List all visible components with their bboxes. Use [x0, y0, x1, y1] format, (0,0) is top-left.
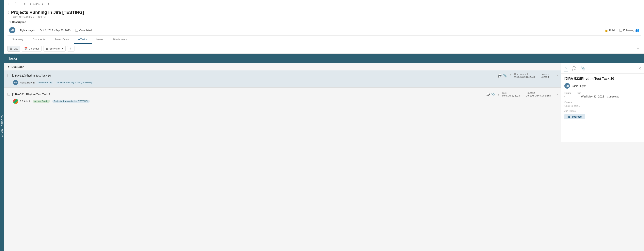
calendar-icon: 📅	[24, 47, 28, 50]
task1-comment-icon[interactable]: 💬	[498, 74, 502, 78]
task1-tag1: Annual Priority	[36, 81, 54, 84]
task2-menu-icon[interactable]: ⋮	[497, 92, 500, 96]
detail-due-label: Due	[577, 92, 619, 94]
tab-attachments[interactable]: Attachments	[108, 35, 132, 44]
detail-hours-label: Hours	[564, 92, 571, 94]
detail-jira-status-value: In Progress	[564, 114, 585, 119]
task1-checkbox[interactable]	[8, 74, 10, 77]
date-range: Oct 2, 2022 - Sep 30, 2023	[40, 29, 70, 32]
toolbar: ☰ List 📅 Calendar ▦ Sort/Filter ▾ ⇓ +	[4, 44, 644, 54]
task2-tag1: Annual Priority	[33, 100, 50, 103]
task-list-area: ▼ Due Soon [JIRA-522]Rhythm Test Task 10…	[4, 63, 561, 142]
detail-close-button[interactable]: ✕	[638, 66, 641, 71]
task1-hours: Hours: -	[541, 73, 551, 76]
task1-person: Nghia Huynh	[20, 81, 34, 84]
description-toggle[interactable]: ▼ Description	[8, 20, 641, 23]
public-label: Public	[609, 29, 616, 32]
completed-row: Completed	[75, 29, 92, 32]
detail-task-title: [JIRA-522]Rhythm Test Task 10	[564, 77, 641, 81]
task2-expand-icon[interactable]: ›	[557, 93, 558, 96]
tasks-header-bar: Tasks	[4, 54, 644, 63]
task1-expand-icon[interactable]: ›	[557, 74, 558, 77]
detail-hours-value: -	[564, 95, 571, 98]
next-page-button[interactable]: ›	[41, 2, 44, 6]
criteria-row: 2023 Green Criteria: — Not Set —	[8, 16, 641, 18]
detail-due-field: Due Wed May 31, 2023 Completed	[577, 92, 619, 98]
filter-icon: ▦	[46, 47, 48, 50]
task2-due-label: Due:	[502, 92, 520, 94]
detail-completed-label: Completed	[607, 95, 619, 98]
detail-completed-checkbox[interactable]	[577, 95, 580, 98]
task2-tags-row: RS Admin Annual Priority Projects Runnin…	[8, 99, 558, 104]
table-row[interactable]: [JIRA-521] Rhythm Test Task 9 💬 📎 ⋮ Due:…	[4, 89, 561, 106]
detail-panel-icons: ⌂ 💬 📎	[564, 65, 586, 71]
detail-due-value: Wed May 31, 2023	[581, 95, 604, 98]
task2-hours: Hours: 2	[526, 92, 551, 94]
task1-tags-row: NH Nghia Huynh Annual Priority Projects …	[8, 80, 558, 85]
detail-avatar: NH	[564, 83, 570, 89]
tab-comments[interactable]: Comments	[28, 35, 50, 44]
task2-due-date: Mon, Jul 3, 2023	[502, 94, 520, 97]
task1-attach-icon[interactable]: 📎	[503, 74, 507, 78]
list-label: List	[14, 47, 18, 50]
following-checkbox[interactable]	[619, 29, 622, 31]
task1-menu-icon[interactable]: ⋮	[509, 73, 512, 78]
prev-page-button[interactable]: ‹	[29, 2, 32, 6]
top-navigation: ← ⋮ ⇤ ‹ 1 of 1 › ⇥	[4, 0, 644, 8]
due-soon-label: Due Soon	[12, 65, 24, 68]
main-content: ▼ Due Soon [JIRA-522]Rhythm Test Task 10…	[4, 63, 644, 142]
task1-due-section: Due: Week 9 Wed, May 31, 2023 Hours: - C…	[514, 73, 558, 78]
person-name: Nghia Huynh	[20, 29, 35, 32]
table-row[interactable]: [JIRA-522]Rhythm Test Task 10 💬 📎 ⋮ Due:…	[4, 70, 561, 88]
header-area: # Projects Running in Jira [TESTING] 202…	[4, 8, 644, 44]
tab-summary[interactable]: Summary	[8, 35, 28, 44]
task1-context: Context: -	[541, 76, 551, 78]
task1-actions: 💬 📎 ⋮	[498, 73, 512, 78]
task1-tag2: Projects Running in Jira [TESTING]	[56, 81, 93, 84]
hash-icon: #	[8, 10, 10, 14]
lock-icon: 🔒	[605, 29, 608, 32]
list-icon: ☰	[10, 47, 12, 50]
following-row[interactable]: Following 👥	[619, 28, 639, 32]
completed-checkbox[interactable]	[75, 29, 78, 31]
calendar-view-button[interactable]: 📅 Calendar	[22, 46, 42, 51]
detail-panel: ⌂ 💬 📎 ✕ [JIRA-522]Rhythm Test Task 10 NH…	[561, 63, 644, 142]
detail-jira-status-label: Jira Status	[564, 110, 641, 112]
detail-content: [JIRA-522]Rhythm Test Task 10 NH Nghia H…	[561, 74, 644, 142]
task2-comment-icon[interactable]: 💬	[486, 93, 490, 96]
detail-fields: Hours - Due Wed May 31, 2023 Completed	[564, 92, 641, 98]
task2-avatar	[13, 99, 18, 104]
task2-title: [JIRA-521] Rhythm Test Task 9	[12, 93, 484, 96]
detail-home-icon[interactable]: ⌂	[564, 65, 568, 71]
download-button[interactable]: ⇓	[67, 46, 74, 51]
detail-hours-field: Hours -	[564, 92, 571, 98]
due-soon-chevron-icon[interactable]: ▼	[8, 65, 10, 68]
task2-person: RS Admin	[20, 100, 31, 103]
task2-actions: 💬 📎 ⋮	[486, 92, 500, 96]
list-view-button[interactable]: ☰ List	[8, 46, 20, 51]
detail-person-name: Nghia Huynh	[572, 84, 586, 87]
tab-tasks[interactable]: Tasks	[74, 35, 92, 44]
tabs-row: Summary Comments Project View Tasks Note…	[8, 35, 641, 44]
task1-avatar: NH	[13, 80, 18, 85]
tab-project-view[interactable]: Project View	[50, 35, 74, 44]
more-menu-button[interactable]: ⋮	[13, 1, 18, 6]
detail-attach-icon[interactable]: 📎	[580, 65, 586, 71]
back-button[interactable]: ←	[7, 2, 12, 6]
add-task-button[interactable]: +	[635, 46, 641, 51]
task2-attach-icon[interactable]: 📎	[491, 93, 495, 96]
tab-notes[interactable]: Notes	[92, 35, 108, 44]
detail-context-edit[interactable]: Click to edit...	[564, 104, 641, 107]
first-page-button[interactable]: ⇤	[23, 1, 28, 6]
last-page-button[interactable]: ⇥	[46, 1, 50, 6]
detail-person-row: NH Nghia Huynh	[564, 83, 641, 89]
detail-chat-icon[interactable]: 💬	[571, 65, 577, 71]
task2-due-section: Due: Mon, Jul 3, 2023 Hours: 2 Context: …	[502, 92, 558, 97]
sort-filter-dropdown-icon: ▾	[62, 47, 63, 50]
completed-label: Completed	[79, 29, 92, 32]
task2-checkbox[interactable]	[8, 93, 10, 96]
meta-right: 🔒 Public Following 👥	[605, 28, 639, 32]
task2-tag2: Projects Running in Jira [TESTING]	[52, 100, 90, 103]
sort-filter-button[interactable]: ▦ Sort/Filter ▾	[43, 46, 66, 51]
description-label: Description	[12, 20, 26, 23]
